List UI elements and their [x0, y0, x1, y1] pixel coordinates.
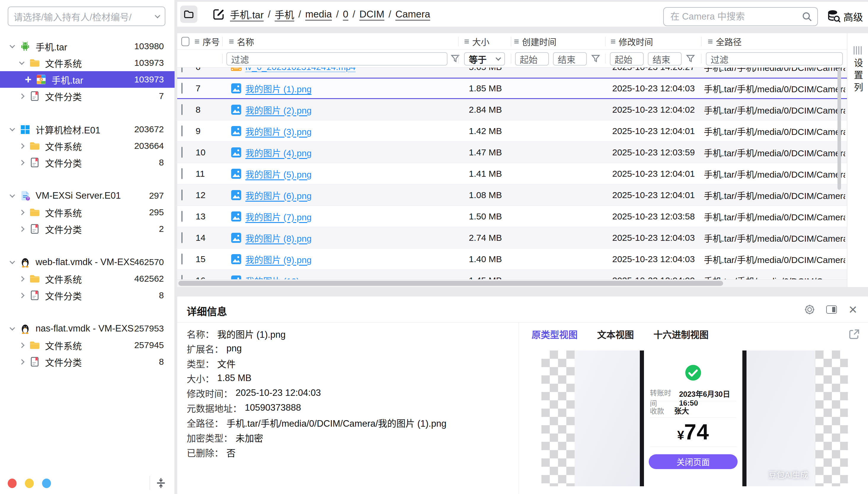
- row-checkbox[interactable]: [181, 83, 182, 93]
- row-checkbox[interactable]: [181, 105, 182, 115]
- chevron-right-icon[interactable]: [17, 144, 26, 148]
- row-checkbox[interactable]: [181, 126, 182, 136]
- row-checkbox[interactable]: [181, 68, 182, 72]
- tree-item-VM-EXSi Server.E01[interactable]: ?VM-EXSi Server.E01297: [0, 187, 175, 204]
- chevron-right-icon[interactable]: [17, 360, 26, 364]
- row-checkbox[interactable]: [181, 211, 182, 222]
- tab-文本视图[interactable]: 文本视图: [597, 327, 634, 341]
- table-row-12[interactable]: 12我的图片 (6).png1.08 MB2025-10-23 12:04:01…: [177, 185, 847, 206]
- tree-item-文件分类[interactable]: 文件分类8: [0, 154, 175, 171]
- row-checkbox[interactable]: [181, 147, 182, 157]
- tree-item-文件分类[interactable]: 文件分类8: [0, 287, 175, 304]
- tree-item-文件系统[interactable]: 文件系统462562: [0, 270, 175, 287]
- vertical-scrollbar[interactable]: [837, 68, 841, 190]
- file-name-link[interactable]: 我的图片 (10).png: [245, 274, 316, 280]
- horizontal-scrollbar[interactable]: [177, 279, 847, 287]
- tree-item-手机.tar[interactable]: +手机.tar103973: [0, 71, 175, 88]
- expand-plus-icon[interactable]: +: [24, 74, 33, 85]
- tree-item-手机.tar[interactable]: 手机.tar103980: [0, 38, 175, 55]
- table-row-13[interactable]: 13我的图片 (7).png1.50 MB2025-10-23 12:03:58…: [177, 206, 847, 227]
- name-filter-input[interactable]: 过滤: [226, 52, 448, 65]
- table-row-16[interactable]: 16我的图片 (10).png1.45 MB2025-10-23 12:04:0…: [177, 270, 847, 279]
- chevron-right-icon[interactable]: [17, 211, 26, 214]
- chevron-right-icon[interactable]: [17, 94, 26, 98]
- edit-path-button[interactable]: [212, 8, 225, 21]
- modified-start-input[interactable]: 起始: [610, 52, 644, 65]
- close-page-button[interactable]: 关闭页面: [649, 454, 737, 469]
- created-end-input[interactable]: 结束: [553, 52, 587, 65]
- table-row-14[interactable]: 14我的图片 (8).png2.74 MB2025-10-23 12:04:03…: [177, 227, 847, 248]
- blue-dot-icon[interactable]: [42, 479, 51, 488]
- table-row-10[interactable]: 10我的图片 (4).png1.47 MB2025-10-23 12:03:59…: [177, 142, 847, 163]
- breadcrumb-segment[interactable]: DCIM: [359, 8, 384, 20]
- table-row-6[interactable]: 6lv_0_20231023142414.mp45.65 MB2025-10-2…: [177, 68, 847, 78]
- search-box[interactable]: [663, 7, 818, 26]
- column-header-created[interactable]: ≡创建时间: [514, 35, 556, 48]
- search-input[interactable]: [670, 11, 801, 22]
- row-checkbox[interactable]: [181, 190, 182, 200]
- funnel-icon[interactable]: [451, 54, 460, 63]
- created-start-input[interactable]: 起始: [515, 52, 549, 65]
- chevron-down-icon[interactable]: [8, 195, 17, 197]
- row-checkbox[interactable]: [181, 233, 182, 243]
- chevron-right-icon[interactable]: [17, 161, 26, 165]
- chevron-down-icon[interactable]: [8, 261, 17, 263]
- file-name-link[interactable]: 我的图片 (6).png: [245, 189, 312, 202]
- folder-view-button[interactable]: [180, 6, 197, 23]
- file-name-link[interactable]: 我的图片 (3).png: [245, 125, 312, 138]
- tree-item-文件分类[interactable]: 文件分类8: [0, 354, 175, 370]
- chevron-down-icon[interactable]: [8, 328, 17, 330]
- file-name-link[interactable]: 我的图片 (8).png: [245, 231, 312, 244]
- row-checkbox[interactable]: [181, 169, 182, 179]
- modified-end-input[interactable]: 结束: [648, 52, 682, 65]
- tree-item-文件系统[interactable]: 文件系统257945: [0, 337, 175, 354]
- chevron-right-icon[interactable]: [17, 343, 26, 347]
- file-name-link[interactable]: 我的图片 (7).png: [245, 210, 312, 223]
- holder-filter-select[interactable]: 请选择/输入持有人/检材编号/: [8, 6, 165, 26]
- tree-item-web-flat.vmdk - VM-EXSi S...[interactable]: web-flat.vmdk - VM-EXSi S...462570: [0, 254, 175, 270]
- column-header-size[interactable]: ≡大小: [464, 35, 490, 48]
- size-operator-select[interactable]: 等于: [464, 52, 505, 65]
- column-settings-strip[interactable]: 设置列: [847, 33, 868, 287]
- file-name-link[interactable]: lv_0_20231023142414.mp4: [245, 68, 356, 72]
- tree-item-nas-flat.vmdk - VM-EXSi S...[interactable]: nas-flat.vmdk - VM-EXSi S...257953: [0, 320, 175, 337]
- tab-原类型视图[interactable]: 原类型视图: [532, 327, 577, 341]
- select-all-checkbox[interactable]: [181, 37, 189, 46]
- file-name-link[interactable]: 我的图片 (4).png: [245, 146, 312, 159]
- breadcrumb-segment[interactable]: 0: [343, 8, 348, 20]
- file-name-link[interactable]: 我的图片 (2).png: [245, 103, 312, 116]
- chevron-right-icon[interactable]: [17, 293, 26, 298]
- file-name-link[interactable]: 我的图片 (9).png: [245, 253, 312, 266]
- tree-item-文件系统[interactable]: 文件系统203664: [0, 138, 175, 154]
- table-row-11[interactable]: 11我的图片 (5).png1.41 MB2025-10-23 12:04:01…: [177, 163, 847, 185]
- funnel-icon[interactable]: [591, 54, 600, 63]
- table-row-8[interactable]: 8我的图片 (2).png2.84 MB2025-10-23 12:04:02手…: [177, 99, 847, 120]
- chevron-down-icon[interactable]: [17, 62, 26, 64]
- table-row-15[interactable]: 15我的图片 (9).png1.40 MB2025-10-23 12:04:03…: [177, 248, 847, 270]
- breadcrumb-segment[interactable]: 手机: [275, 7, 294, 21]
- column-header-name[interactable]: ≡名称: [229, 35, 254, 48]
- collapse-panel-button[interactable]: [154, 476, 168, 490]
- tree-item-文件分类[interactable]: 文件分类7: [0, 88, 175, 104]
- table-row-9[interactable]: 9我的图片 (3).png1.42 MB2025-10-23 12:04:01手…: [177, 120, 847, 142]
- column-header-index[interactable]: ≡序号: [194, 35, 220, 48]
- settings-button[interactable]: [803, 303, 816, 316]
- tree-item-文件分类[interactable]: 文件分类2: [0, 221, 175, 237]
- yellow-dot-icon[interactable]: [25, 479, 34, 488]
- file-name-link[interactable]: 我的图片 (1).png: [245, 82, 312, 95]
- row-checkbox[interactable]: [181, 276, 182, 280]
- close-details-button[interactable]: ×: [846, 303, 860, 316]
- tab-十六进制视图[interactable]: 十六进制视图: [653, 327, 709, 341]
- table-row-7[interactable]: 7我的图片 (1).png1.85 MB2025-10-23 12:04:03手…: [177, 78, 847, 99]
- path-filter-input[interactable]: 过滤: [706, 52, 843, 65]
- column-header-modified[interactable]: ≡修改时间: [610, 35, 653, 48]
- tree-item-计算机检材.E01[interactable]: 计算机检材.E01203672: [0, 121, 175, 138]
- search-icon[interactable]: [801, 11, 813, 22]
- red-dot-icon[interactable]: [8, 479, 17, 488]
- funnel-icon[interactable]: [686, 54, 695, 63]
- chevron-right-icon[interactable]: [17, 277, 26, 281]
- advanced-search-button[interactable]: 高级: [827, 7, 863, 26]
- tree-item-文件系统[interactable]: 文件系统103973: [0, 55, 175, 71]
- breadcrumb-segment[interactable]: Camera: [395, 8, 430, 20]
- chevron-right-icon[interactable]: [17, 227, 26, 231]
